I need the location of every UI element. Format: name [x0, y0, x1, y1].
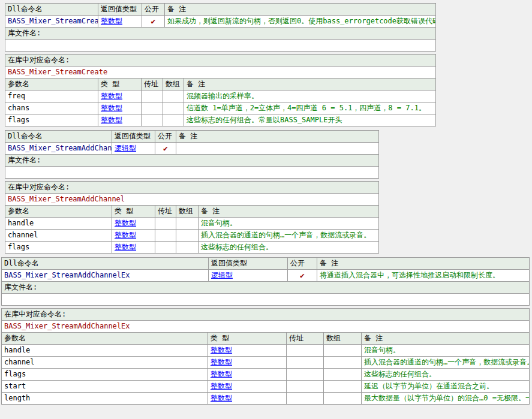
- param-row: channel整数型插入混合器的通道的句柄…一个声音，数据流或录音。: [2, 357, 530, 369]
- param-name: start: [2, 381, 208, 393]
- return-type-link[interactable]: 逻辑型: [115, 144, 136, 152]
- dll-info-table: Dll命令名返回值类型公开备 注BASS_Mixer_StreamCreate整…: [5, 3, 436, 52]
- lib-file-value: [5, 40, 436, 52]
- param-header-cell: 类 型: [98, 79, 142, 91]
- param-type-cell: 整数型: [98, 103, 142, 114]
- param-type-link[interactable]: 整数型: [211, 394, 232, 402]
- param-byref-cell: [155, 230, 176, 242]
- param-remark: 插入混合器的通道的句柄…一个声音，数据流或录音。: [199, 230, 379, 242]
- param-header-cell: 类 型: [208, 333, 287, 345]
- lib-command-label-row: 在库中对应命令名:: [5, 182, 379, 194]
- param-row: flags整数型这些标志的任何组合。常量以BASS_SAMPLE开头: [5, 114, 436, 126]
- param-type-link[interactable]: 整数型: [115, 219, 136, 227]
- param-header-cell: 参数名: [5, 79, 98, 91]
- dll-command-row: BASS_Mixer_StreamCreate整数型✔如果成功，则返回新流的句柄…: [5, 16, 436, 28]
- param-remark: 信道数 1=单声道，2=立体声，4=四声道 6 = 5.1，四声道，8 = 7.…: [184, 103, 436, 114]
- return-type-cell: 整数型: [98, 16, 142, 28]
- param-type-link[interactable]: 整数型: [101, 104, 122, 112]
- param-array-cell: [324, 369, 362, 381]
- param-type-link[interactable]: 整数型: [101, 116, 122, 124]
- param-header-cell: 传址: [287, 333, 324, 345]
- dll-header-cell: 公开: [142, 4, 165, 16]
- param-type-cell: 整数型: [208, 381, 287, 393]
- public-check-icon: ✔: [163, 144, 168, 153]
- param-type-cell: 整数型: [208, 345, 287, 357]
- lib-command-label: 在库中对应命令名:: [2, 309, 530, 321]
- dll-info-table: Dll命令名返回值类型公开备 注BASS_Mixer_StreamAddChan…: [1, 257, 530, 306]
- param-type-link[interactable]: 整数型: [211, 382, 232, 390]
- param-header-row: 参数名类 型传址数组备 注: [5, 79, 436, 91]
- param-type-cell: 整数型: [112, 242, 155, 254]
- param-type-link[interactable]: 整数型: [115, 243, 136, 251]
- lib-file-value-row: [2, 294, 530, 306]
- dll-header-cell: 公开: [155, 131, 176, 143]
- param-type-link[interactable]: 整数型: [115, 231, 136, 239]
- dll-header-cell: 公开: [288, 258, 317, 270]
- param-header-cell: 备 注: [184, 79, 436, 91]
- param-header-cell: 数组: [324, 333, 362, 345]
- param-name: freq: [5, 91, 98, 103]
- param-type-cell: 整数型: [112, 218, 155, 230]
- param-row: length整数型最大数据量（以字节为单位）的混合…0 =无极限。一旦达到这个端…: [2, 393, 530, 405]
- public-cell: ✔: [288, 270, 317, 282]
- dll-header-cell: Dll命令名: [5, 131, 112, 143]
- api-doc-page: { "labels": { "dll_header": ["Dll命令名", "…: [0, 0, 532, 419]
- lib-file-value: [5, 167, 379, 179]
- param-byref-cell: [287, 393, 324, 405]
- return-type-link[interactable]: 整数型: [101, 17, 122, 25]
- param-header-cell: 参数名: [5, 206, 112, 218]
- dll-header-cell: Dll命令名: [5, 4, 98, 16]
- param-remark: 延迟（以字节为单位）在通道混合之前。: [362, 381, 530, 393]
- param-array-cell: [176, 242, 199, 254]
- dll-command-name: BASS_Mixer_StreamAddChannel: [5, 143, 112, 155]
- lib-file-value: [2, 294, 530, 306]
- param-row: freq整数型混频器输出的采样率。: [5, 91, 436, 103]
- param-header-cell: 备 注: [362, 333, 530, 345]
- param-remark: 最大数据量（以字节为单位）的混合…0 =无极限。一旦达到这个端点，通道将从混频器…: [362, 393, 530, 405]
- param-name: length: [2, 393, 208, 405]
- public-check-icon: ✔: [151, 17, 156, 26]
- param-name: chans: [5, 103, 98, 114]
- lib-command-label-row: 在库中对应命令名:: [5, 55, 436, 67]
- lib-file-label: 库文件名:: [5, 155, 379, 167]
- param-remark: 插入混合器的通道的句柄…一个声音，数据流或录音。: [362, 357, 530, 369]
- param-byref-cell: [155, 218, 176, 230]
- dll-command-row: BASS_Mixer_StreamAddChannelEx逻辑型✔将通道插入混合…: [2, 270, 530, 282]
- lib-file-label-row: 库文件名:: [2, 282, 530, 294]
- param-type-link[interactable]: 整数型: [211, 358, 232, 366]
- dll-header-row: Dll命令名返回值类型公开备 注: [5, 4, 436, 16]
- param-type-cell: 整数型: [208, 369, 287, 381]
- param-byref-cell: [287, 381, 324, 393]
- param-row: start整数型延迟（以字节为单位）在通道混合之前。: [2, 381, 530, 393]
- param-type-link[interactable]: 整数型: [211, 370, 232, 378]
- param-byref-cell: [155, 242, 176, 254]
- return-type-link[interactable]: 逻辑型: [211, 271, 233, 279]
- param-row: flags整数型这些标志的任何组合。: [5, 242, 379, 254]
- param-array-cell: [176, 230, 199, 242]
- param-type-link[interactable]: 整数型: [101, 92, 122, 100]
- param-row: channel整数型插入混合器的通道的句柄…一个声音，数据流或录音。: [5, 230, 379, 242]
- public-check-icon: ✔: [300, 271, 305, 280]
- param-header-row: 参数名类 型传址数组备 注: [2, 333, 530, 345]
- dll-command-name: BASS_Mixer_StreamAddChannelEx: [2, 270, 209, 282]
- dll-header-cell: Dll命令名: [2, 258, 209, 270]
- param-remark: 混音句柄。: [199, 218, 379, 230]
- lib-file-label-row: 库文件名:: [5, 155, 379, 167]
- param-type-link[interactable]: 整数型: [211, 346, 232, 354]
- param-byref-cell: [142, 103, 163, 114]
- command-params-table: 在库中对应命令名:BASS_Mixer_StreamAddChannelEx参数…: [1, 308, 530, 405]
- dll-header-cell: 备 注: [176, 131, 379, 143]
- lib-file-value-row: [5, 167, 379, 179]
- dll-header-cell: 返回值类型: [98, 4, 142, 16]
- param-remark: 这些标志的任何组合。: [199, 242, 379, 254]
- public-cell: ✔: [142, 16, 165, 28]
- lib-command-label: 在库中对应命令名:: [5, 55, 436, 67]
- param-row: handle整数型混音句柄。: [2, 345, 530, 357]
- dll-command-name: BASS_Mixer_StreamCreate: [5, 16, 98, 28]
- param-array-cell: [324, 393, 362, 405]
- param-header-cell: 参数名: [2, 333, 208, 345]
- lib-command-name-row: BASS_Mixer_StreamAddChannel: [5, 194, 379, 206]
- dll-header-cell: 返回值类型: [112, 131, 155, 143]
- dll-header-cell: 备 注: [165, 4, 436, 16]
- param-byref-cell: [142, 91, 163, 103]
